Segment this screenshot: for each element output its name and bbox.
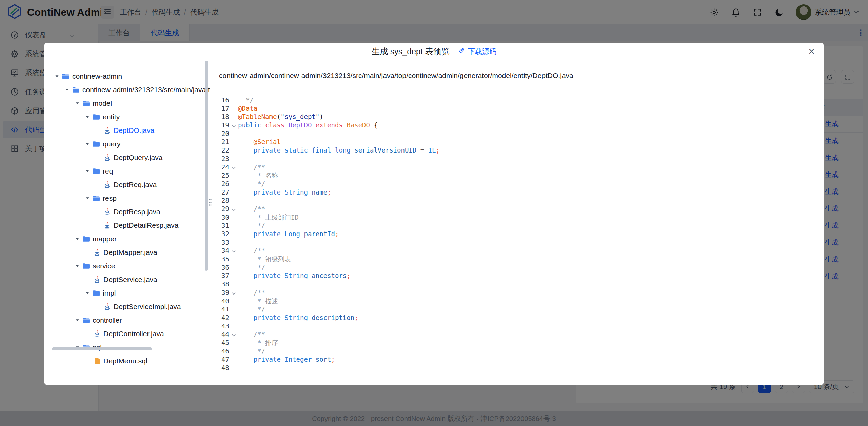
tree-horizontal-scrollbar[interactable]: [52, 347, 152, 350]
tree-expand-arrow-icon[interactable]: [63, 88, 72, 92]
fold-arrow-icon[interactable]: [229, 121, 238, 129]
code-text: */: [238, 347, 265, 356]
code-text: private String ancestors;: [238, 271, 351, 280]
tree-node[interactable]: model: [44, 97, 210, 110]
folder-icon: [92, 141, 101, 147]
tree-expand-arrow-icon[interactable]: [83, 142, 92, 146]
fold-gutter: [229, 255, 238, 263]
tree-node[interactable]: entity: [44, 110, 210, 124]
tree-expand-arrow-icon[interactable]: [83, 291, 92, 295]
tree-node[interactable]: continew-admin: [44, 69, 210, 83]
fold-gutter: [229, 129, 238, 138]
line-number: 25: [210, 171, 229, 180]
fold-arrow-icon[interactable]: [229, 205, 238, 213]
code-text: /**: [238, 163, 265, 171]
tree-expand-arrow-icon[interactable]: [53, 74, 61, 78]
fold-gutter: [229, 196, 238, 205]
line-number: 40: [210, 297, 229, 305]
tree-node-label: DeptMenu.sql: [103, 357, 147, 365]
line-number: 33: [210, 238, 229, 247]
tree-node[interactable]: resp: [44, 191, 210, 205]
fold-gutter: [229, 230, 238, 238]
tree-node[interactable]: req: [44, 164, 210, 178]
tree-vertical-scrollbar[interactable]: [205, 61, 208, 271]
tree-node[interactable]: DeptMapper.java: [44, 246, 210, 259]
tree-node[interactable]: DeptReq.java: [44, 178, 210, 191]
java-file-icon: [103, 208, 112, 216]
line-number: 21: [210, 138, 229, 146]
line-number: 39: [210, 288, 229, 297]
fold-arrow-icon[interactable]: [229, 246, 238, 255]
tree-node-label: mapper: [93, 235, 117, 243]
line-number: 38: [210, 280, 229, 288]
fold-gutter: [229, 96, 238, 104]
code-text: */: [238, 305, 265, 313]
code-line: 39 /**: [210, 288, 824, 297]
tree-expand-arrow-icon[interactable]: [83, 115, 92, 119]
fold-arrow-icon[interactable]: [229, 288, 238, 297]
line-number: 29: [210, 205, 229, 213]
tree-node[interactable]: DeptMenu.sql: [44, 354, 210, 368]
tree-expand-arrow-icon[interactable]: [73, 101, 82, 105]
fold-gutter: [229, 171, 238, 180]
code-text: private static final long serialVersionU…: [238, 146, 440, 155]
tree-node[interactable]: DeptServiceImpl.java: [44, 300, 210, 313]
tree-node[interactable]: mapper: [44, 232, 210, 246]
fold-arrow-icon[interactable]: [229, 330, 238, 339]
code-text: */: [238, 96, 254, 104]
folder-icon: [92, 195, 101, 201]
tree-node[interactable]: DeptDetailResp.java: [44, 219, 210, 232]
tree-expand-arrow-icon[interactable]: [73, 264, 82, 268]
code-text: @Data: [238, 104, 257, 113]
java-file-icon: [103, 222, 112, 229]
tree-node-label: query: [103, 140, 121, 148]
line-number: 18: [210, 113, 229, 121]
code-text: private Integer sort;: [238, 355, 335, 364]
tree-expand-arrow-icon[interactable]: [83, 196, 92, 200]
line-number: 47: [210, 355, 229, 364]
tree-node-label: DeptResp.java: [114, 208, 160, 216]
tree-node[interactable]: DeptDO.java: [44, 124, 210, 137]
tree-node[interactable]: controller: [44, 313, 210, 327]
tree-node-label: service: [93, 262, 115, 270]
code-preview-pane: continew-admin/continew-admin/3213213/sr…: [210, 60, 824, 385]
code-line: 42 private String description;: [210, 313, 824, 322]
tree-node[interactable]: service: [44, 259, 210, 273]
code-line: 33: [210, 238, 824, 247]
line-number: 35: [210, 255, 229, 263]
tree-node[interactable]: query: [44, 137, 210, 151]
tree-node[interactable]: DeptController.java: [44, 327, 210, 341]
tree-node[interactable]: continew-admin/3213213/src/main/java/to: [44, 83, 210, 97]
download-source-link[interactable]: 下载源码: [458, 47, 496, 56]
close-icon[interactable]: ×: [808, 44, 815, 59]
folder-icon: [82, 263, 91, 269]
tree-node[interactable]: DeptService.java: [44, 273, 210, 286]
pane-resize-handle[interactable]: [208, 197, 212, 209]
tree-expand-arrow-icon[interactable]: [73, 237, 82, 241]
code-line: 30 * 上级部门ID: [210, 213, 824, 222]
file-tree: continew-admincontinew-admin/3213213/src…: [44, 60, 210, 385]
tree-expand-arrow-icon[interactable]: [83, 169, 92, 173]
code-line: 19public class DeptDO extends BaseDO {: [210, 121, 824, 129]
tree-node-label: continew-admin/3213213/src/main/java/to: [82, 86, 210, 94]
line-number: 31: [210, 221, 229, 230]
line-number: 43: [210, 322, 229, 330]
tree-expand-arrow-icon[interactable]: [73, 318, 82, 322]
tree-node-label: DeptDO.java: [114, 126, 154, 135]
tree-node[interactable]: DeptQuery.java: [44, 151, 210, 164]
code-text: * 祖级列表: [238, 255, 291, 263]
link-icon: [458, 47, 465, 56]
line-number: 42: [210, 313, 229, 322]
tree-node[interactable]: DeptResp.java: [44, 205, 210, 219]
tree-node[interactable]: impl: [44, 286, 210, 300]
download-source-label: 下载源码: [468, 47, 496, 56]
tree-node-label: continew-admin: [72, 72, 122, 80]
folder-icon: [82, 100, 91, 106]
fold-gutter: [229, 238, 238, 247]
tree-node-label: DeptService.java: [103, 276, 157, 284]
fold-gutter: [229, 155, 238, 163]
code-line: 29 /**: [210, 205, 824, 213]
fold-gutter: [229, 146, 238, 155]
fold-arrow-icon[interactable]: [229, 163, 238, 171]
code-text: @TableName("sys_dept"): [238, 113, 323, 121]
